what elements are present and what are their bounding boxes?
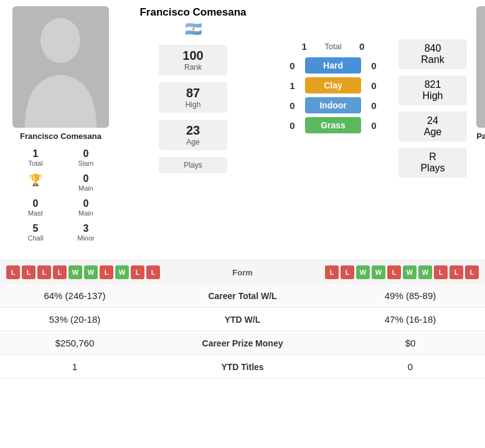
total-label: Total [312,39,354,54]
player1-high-lbl: High [165,100,221,109]
hard-right-score: 0 [366,60,382,71]
player1-total-value: 1 [12,148,59,160]
player2-total-label: Total [476,169,486,176]
player2-rank-stats: 840 Rank 821 High 24 Age R Plays [398,37,467,179]
form-badge-w: W [84,265,98,279]
player1-mast-cell: 🏆 [11,171,60,194]
player2-mast-cell: 0 Mast [475,180,486,204]
player1-center-name: Francisco Comesana [118,6,268,19]
form-badge-w: W [372,265,385,279]
form-badge-l: L [387,265,401,279]
stats-left-val-1: 53% (20-18) [0,314,137,325]
player1-main-cell2: 0 Main [62,196,111,219]
indoor-badge: Indoor [305,97,361,113]
player2-total-value: 0 [476,158,486,169]
stats-left-val-0: 64% (246-137) [0,290,137,301]
clay-right-score: 0 [366,80,382,91]
player1-high-box: 87 High [159,82,227,113]
center-area: Francisco Comesana 🇦🇷 100 Rank 87 High 2… [118,6,268,254]
player2-age-val: 24 [405,115,461,126]
player1-chall-value: 5 [12,223,59,234]
left-player-area: Francisco Comesana 1 Total 0 Slam 🏆 0 Ma… [6,6,115,254]
clay-surface-row: 1 Clay 0 [271,77,395,93]
player2-plays-val: R [405,151,461,163]
stats-center-label-3: YTD Titles [137,362,348,372]
player1-mast-cell2: 0 Mast [11,196,60,219]
player2-high-lbl: High [405,90,461,102]
stats-right-val-0: 49% (85-89) [348,290,485,301]
player1-stats-grid: 1 Total 0 Slam 🏆 0 Main 0 Mast [11,146,111,244]
player2-mast-value2: 0 [476,207,486,219]
form-badge-l: L [325,265,339,279]
stats-row-0: 64% (246-137)Career Total W/L49% (85-89) [0,284,485,308]
player1-mast-value: 0 [12,198,59,209]
clay-badge: Clay [305,77,361,93]
player2-rank-val: 840 [405,43,461,54]
player1-minor-value: 3 [63,223,110,234]
player1-rank-lbl: Rank [165,63,221,72]
player2-form-badges: LLWWLWWLLL [325,265,479,279]
total-surface-row: 1 Total 0 [271,39,395,54]
form-badge-l: L [22,265,35,279]
form-badge-l: L [434,265,448,279]
svg-point-1 [40,18,80,63]
player1-high-val: 87 [165,86,221,100]
player1-chall-label: Chall [12,234,59,242]
player2-chall-cell: 0 Chall [475,230,486,254]
player2-high-box: 821 High [398,75,467,105]
player1-main-label2: Main [63,209,110,217]
indoor-left-score: 0 [285,100,300,111]
player1-rank-val: 100 [165,49,221,63]
player2-mast-value: 0 [476,183,486,194]
form-badge-w: W [418,265,432,279]
player2-stats-area: 840 Rank 821 High 24 Age R Plays [398,6,467,254]
grass-left-score: 0 [285,120,300,131]
player2-stats-grid: 0 Total 0 Slam 0 Mast 🏆 0 Mast [475,155,486,254]
stats-center-label-0: Career Total W/L [137,291,348,301]
form-badge-w: W [115,265,129,279]
form-badge-w: W [68,265,82,279]
player2-name: Paulo Andre Saraiva Dos Santos [470,131,485,150]
stats-left-val-3: 1 [0,361,137,372]
form-badge-l: L [100,265,113,279]
form-badge-l: L [450,265,463,279]
player1-slam-cell: 0 Slam [62,146,111,169]
player2-plays-lbl: Plays [405,163,461,174]
stats-center-label-1: YTD W/L [137,315,348,325]
hard-badge: Hard [305,57,361,74]
form-badge-l: L [341,265,354,279]
player2-chall-value: 0 [476,232,486,244]
player2-mast-cell2: 0 Mast [475,205,486,229]
form-badge-w: W [403,265,417,279]
player1-slam-value: 0 [63,148,110,160]
player1-total-label: Total [12,160,59,167]
stats-row-3: 1YTD Titles0 [0,355,485,379]
grass-right-score: 0 [366,120,382,131]
player1-avatar [12,6,109,128]
grass-surface-row: 0 Grass 0 [271,117,395,133]
player1-minor-cell: 3 Minor [62,221,111,244]
player2-rank-box: 840 Rank [398,39,467,69]
player2-high-val: 821 [405,79,461,90]
player2-chall-label: Chall [476,244,486,251]
stats-left-val-2: $250,760 [0,338,137,348]
hard-left-score: 0 [285,60,300,71]
player1-chall-cell: 5 Chall [11,221,60,244]
form-badge-l: L [53,265,67,279]
player1-main-value: 0 [63,173,110,184]
player2-rank-lbl: Rank [405,54,461,65]
form-badge-l: L [6,265,20,279]
top-area: Francisco Comesana 1 Total 0 Slam 🏆 0 Ma… [0,0,485,260]
indoor-right-score: 0 [366,100,382,111]
player1-name: Francisco Comesana [20,131,101,141]
trophy-icon-left: 🏆 [12,173,59,187]
right-player-area: Paulo Andre Saraiva Dos Santos 0 Total 0… [470,6,485,254]
form-badge-l: L [131,265,144,279]
player1-total-cell: 1 Total [11,146,60,169]
stats-center-label-2: Career Prize Money [137,338,348,348]
player2-mast-label2: Mast [476,219,486,226]
hard-surface-row: 0 Hard 0 [271,57,395,74]
total-right-score: 0 [354,41,370,52]
player1-slam-label: Slam [63,160,110,167]
indoor-surface-row: 0 Indoor 0 [271,97,395,113]
